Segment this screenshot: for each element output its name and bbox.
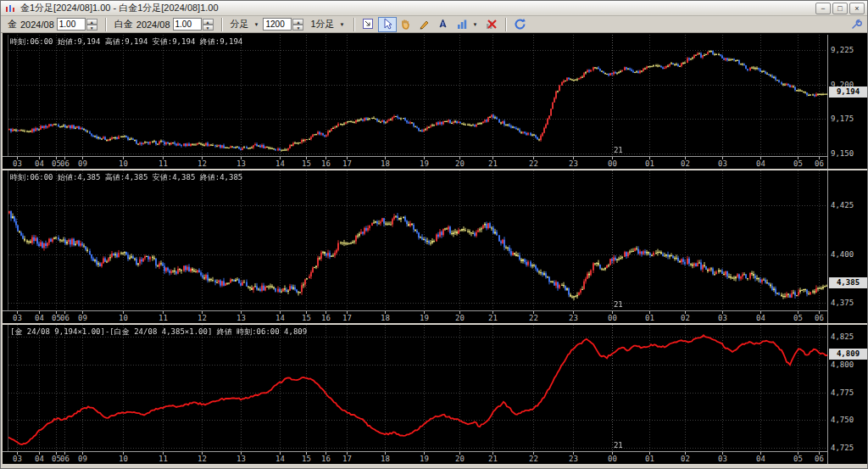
price-tick-label: 4,400: [831, 250, 854, 259]
time-tick-label: 02: [681, 159, 690, 168]
gold-quote-readout: 時刻:06:00 始値:9,194 高値:9,194 安値:9,194 終値:9…: [10, 36, 242, 47]
plot-left-axis-line: [8, 35, 8, 156]
gold-price-axis[interactable]: 9,2259,2009,1759,1509,194: [827, 35, 867, 169]
time-tick-label: 12: [198, 159, 207, 168]
refresh-icon: [514, 18, 526, 31]
chevron-down-icon[interactable]: ▼: [254, 22, 259, 27]
price-tick-label: 4,825: [831, 332, 854, 341]
pan-tool-button[interactable]: [397, 17, 415, 32]
time-tick-label: 22: [529, 159, 538, 168]
time-tick-label: 01: [645, 314, 654, 322]
time-tick-label: 01: [645, 159, 654, 168]
time-tick-label: 11: [159, 159, 168, 168]
time-tick-label: 00: [608, 314, 617, 322]
price-tick-label: 9,150: [831, 149, 854, 158]
time-tick-label: 04: [35, 159, 44, 168]
toolbar-separator: [353, 18, 355, 31]
time-tick-label: 06: [60, 159, 70, 168]
spread-price-axis[interactable]: 4,8254,8004,7754,7504,7254,809: [827, 325, 867, 464]
measure-icon: [362, 18, 375, 31]
time-tick-label: 04: [35, 455, 44, 463]
chart-type-button[interactable]: [453, 17, 471, 32]
time-tick-label: 03: [718, 314, 727, 322]
maximize-button[interactable]: □: [832, 3, 848, 14]
time-tick-label: 06: [815, 159, 824, 168]
price-tick-label: 9,225: [831, 46, 854, 54]
time-tick-label: 09: [78, 314, 87, 322]
bar-count-stepper[interactable]: ▲▼: [292, 19, 303, 31]
time-tick-label: 13: [236, 314, 246, 322]
settings-wrench-icon[interactable]: [850, 19, 862, 31]
time-tick-label: 19: [420, 314, 429, 322]
chevron-down-icon[interactable]: ▼: [340, 22, 345, 27]
price-tick-label: 4,375: [831, 299, 854, 307]
platinum-price-axis[interactable]: 4,4254,4004,3754,385: [827, 170, 867, 323]
pen-tool-button[interactable]: [434, 17, 453, 32]
time-tick-label: 06: [815, 314, 824, 322]
close-button[interactable]: ×: [849, 3, 865, 14]
time-tick-label: 16: [321, 314, 331, 322]
price-tick-label: 4,775: [831, 388, 854, 397]
time-tick-label: 14: [275, 159, 285, 168]
time-tick-label: 19: [420, 159, 429, 168]
price-tick-label: 4,425: [831, 201, 854, 209]
refresh-button[interactable]: [511, 17, 530, 32]
platinum-quote-readout: 時刻:06:00 始値:4,385 高値:4,385 安値:4,385 終値:4…: [10, 172, 242, 183]
platinum-time-axis[interactable]: 0304050609101112131415161718192021222300…: [3, 310, 827, 323]
time-tick-label: 03: [13, 314, 22, 322]
bar-type-dropdown[interactable]: 分足: [231, 18, 249, 31]
spread-formula-readout: [金 24/08 9,194×1.00]-[白金 24/08 4,385×1.0…: [10, 327, 307, 338]
spread-time-axis[interactable]: 0304050609101112131415161718192021222300…: [3, 451, 827, 464]
chart-window: 金1分足[2024/08]1.00 - 白金1分足[2024/08]1.00 −…: [0, 0, 868, 469]
platinum-ratio-input[interactable]: [173, 18, 202, 31]
platinum-month: 2024/08: [136, 20, 170, 30]
pencil-tool-button[interactable]: [415, 17, 434, 32]
title-bar[interactable]: 金1分足[2024/08]1.00 - 白金1分足[2024/08]1.00 −…: [1, 1, 867, 16]
pen-icon: [437, 18, 449, 31]
time-tick-label: 15: [302, 314, 311, 322]
platinum-candlestick-panel: 時刻:06:00 始値:4,385 高値:4,385 安値:4,385 終値:4…: [3, 170, 867, 323]
time-tick-label: 13: [236, 455, 246, 463]
time-tick-label: 23: [569, 159, 578, 168]
platinum-chart-plot[interactable]: [8, 170, 827, 310]
time-tick-label: 06: [815, 455, 824, 463]
time-tick-label: 17: [342, 314, 352, 322]
time-tick-label: 10: [119, 455, 128, 463]
time-tick-label: 09: [78, 159, 87, 168]
time-tick-label: 09: [78, 455, 87, 463]
window-title: 金1分足[2024/08]1.00 - 白金1分足[2024/08]1.00: [20, 2, 219, 14]
spread-chart-plot[interactable]: [8, 325, 827, 451]
current-price-badge: 4,809: [829, 349, 867, 360]
toolbar-separator: [221, 18, 223, 31]
time-tick-label: 23: [569, 314, 578, 322]
gold-chart-plot[interactable]: [8, 35, 827, 156]
time-tick-label: 14: [275, 314, 285, 322]
toolbar-separator: [105, 18, 107, 31]
bar-count-input[interactable]: [263, 18, 292, 31]
toolbar-separator: [505, 18, 507, 31]
time-tick-label: 20: [455, 314, 465, 322]
platinum-ratio-stepper[interactable]: ▲▼: [203, 19, 214, 31]
time-tick-label: 03: [718, 159, 727, 168]
gold-ratio-stepper[interactable]: ▲▼: [86, 19, 97, 31]
gold-ratio-input[interactable]: [57, 18, 86, 31]
pencil-icon: [418, 18, 431, 31]
bar-chart-icon: [456, 18, 468, 31]
minimize-button[interactable]: −: [815, 3, 831, 14]
time-tick-label: 14: [275, 455, 285, 463]
time-tick-label: 03: [13, 159, 22, 168]
bar-interval-dropdown[interactable]: 1分足: [310, 18, 334, 31]
time-tick-label: 23: [569, 455, 578, 463]
time-tick-label: 19: [420, 455, 429, 463]
spread-line-panel: [金 24/08 9,194×1.00]-[白金 24/08 4,385×1.0…: [3, 325, 867, 464]
gold-time-axis[interactable]: 0304050609101112131415161718192021222300…: [3, 156, 827, 169]
time-tick-label: 20: [455, 455, 465, 463]
time-tick-label: 02: [681, 314, 690, 322]
delete-drawing-button[interactable]: [482, 17, 501, 32]
time-tick-label: 15: [302, 455, 311, 463]
select-tool-button[interactable]: [378, 17, 397, 32]
chevron-down-icon[interactable]: ▼: [473, 22, 478, 27]
measure-tool-button[interactable]: [359, 17, 378, 32]
time-tick-label: 12: [198, 314, 207, 322]
time-tick-label: 21: [488, 159, 498, 168]
